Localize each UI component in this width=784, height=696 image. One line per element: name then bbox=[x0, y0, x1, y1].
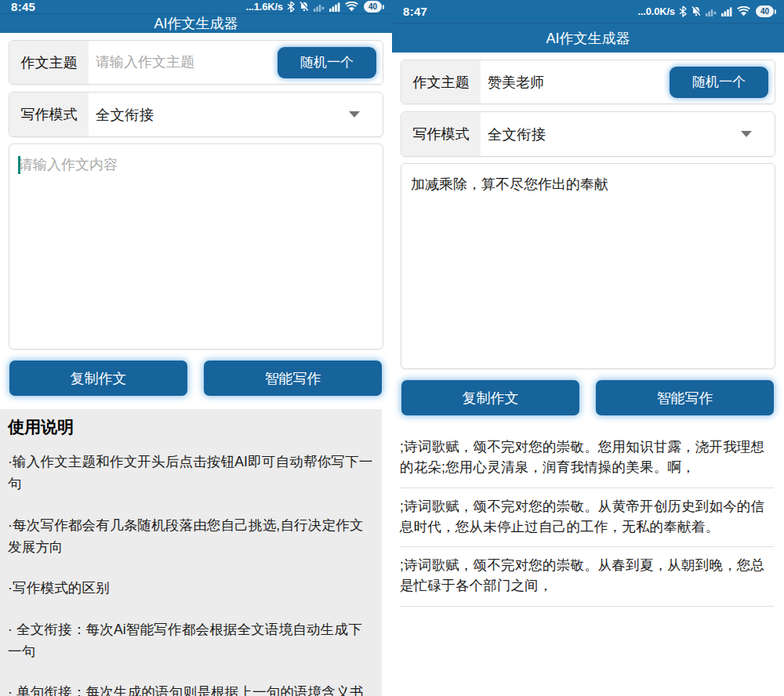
clock: 8:45 bbox=[11, 0, 35, 13]
suggestion-item[interactable]: ;诗词歌赋，颂不完对您的崇敬。您用知识甘露，浇开我理想的花朵;您用心灵清泉，润育… bbox=[400, 429, 774, 488]
mute-bell-icon bbox=[299, 1, 310, 13]
action-buttons: 复制作文 智能写作 bbox=[401, 380, 774, 415]
topic-label: 作文主题 bbox=[401, 60, 481, 103]
copy-essay-button[interactable]: 复制作文 bbox=[401, 380, 579, 415]
suggestion-item[interactable]: ;诗词歌赋，颂不完对您的崇敬。从春到夏，从朝到晚，您总是忙碌于各个部门之间， bbox=[400, 547, 774, 607]
copy-essay-button[interactable]: 复制作文 bbox=[9, 361, 187, 396]
topic-label: 作文主题 bbox=[9, 41, 89, 84]
essay-content-textarea[interactable]: 加减乘除，算不尽您作出的奉献 bbox=[401, 164, 775, 368]
mode-label: 写作模式 bbox=[9, 92, 89, 136]
signal-sim1-icon bbox=[706, 6, 717, 16]
app-title-bar: AI作文生成器 bbox=[0, 14, 392, 33]
instruction-item: ·输入作文主题和作文开头后点击按钮AI即可自动帮你写下一句 bbox=[8, 451, 373, 495]
instruction-item: · 全文衔接：每次Ai智能写作都会根据全文语境自动生成下一句 bbox=[8, 618, 373, 663]
instruction-item: ·每次写作都会有几条随机段落由您自己挑选,自行决定作文发展方向 bbox=[8, 514, 373, 559]
screen-content: 作文主题 随机一个 写作模式 全文衔接 加减乘除，算不尽您作出的奉献 复制作文 … bbox=[392, 53, 784, 696]
wifi-icon bbox=[345, 2, 358, 12]
topic-row: 作文主题 随机一个 bbox=[9, 40, 383, 85]
chevron-down-icon bbox=[349, 111, 360, 118]
random-topic-button[interactable]: 随机一个 bbox=[670, 67, 768, 98]
instructions-title: 使用说明 bbox=[8, 416, 373, 438]
generated-suggestions-list: ;诗词歌赋，颂不完对您的崇敬。您用知识甘露，浇开我理想的花朵;您用心灵清泉，润育… bbox=[392, 429, 784, 607]
essay-content-card: 加减乘除，算不尽您作出的奉献 bbox=[401, 163, 775, 369]
clock: 8:47 bbox=[403, 5, 427, 18]
screen-right: 8:47 ...0.0K/s 40 AI作文生成器 作文主题 随机一个 写作模式 bbox=[392, 0, 784, 696]
essay-content-card bbox=[9, 143, 383, 350]
mode-selected-value: 全文衔接 bbox=[481, 125, 741, 144]
bluetooth-icon bbox=[679, 5, 687, 17]
network-speed-text: ...0.0K/s bbox=[638, 5, 675, 17]
bluetooth-icon bbox=[287, 1, 295, 13]
signal-sim1-icon bbox=[314, 2, 325, 12]
app-title: AI作文生成器 bbox=[546, 29, 630, 48]
screen-left: 8:45 ...1.6K/s 40 AI作文生成器 作文主题 随机一个 写作模式 bbox=[0, 0, 392, 696]
instruction-item: ·写作模式的区别 bbox=[8, 577, 373, 599]
topic-input[interactable] bbox=[481, 74, 670, 90]
essay-content-textarea[interactable] bbox=[9, 144, 383, 349]
mode-row[interactable]: 写作模式 全文衔接 bbox=[9, 92, 383, 137]
wifi-icon bbox=[737, 6, 750, 16]
status-bar: 8:45 ...1.6K/s 40 bbox=[0, 0, 392, 14]
smart-write-button[interactable]: 智能写作 bbox=[596, 380, 774, 415]
status-icons: ...0.0K/s 40 bbox=[638, 5, 774, 17]
topic-row: 作文主题 随机一个 bbox=[401, 60, 775, 104]
status-bar: 8:47 ...0.0K/s 40 bbox=[392, 0, 784, 24]
battery-indicator: 40 bbox=[364, 1, 382, 13]
signal-sim2-icon bbox=[721, 6, 733, 16]
mode-selected-value: 全文衔接 bbox=[89, 105, 349, 125]
text-cursor bbox=[18, 156, 20, 174]
mute-bell-icon bbox=[691, 5, 702, 17]
instruction-item: · 单句衔接：每次生成的语句则是根据上一句的语境含义书写的 bbox=[8, 681, 373, 696]
random-topic-button[interactable]: 随机一个 bbox=[278, 47, 376, 78]
app-title-bar: AI作文生成器 bbox=[392, 24, 784, 53]
signal-sim2-icon bbox=[329, 2, 341, 12]
app-title: AI作文生成器 bbox=[154, 14, 238, 33]
action-buttons: 复制作文 智能写作 bbox=[9, 361, 382, 396]
network-speed-text: ...1.6K/s bbox=[246, 1, 283, 13]
topic-input[interactable] bbox=[89, 54, 278, 71]
usage-instructions-panel: 使用说明 ·输入作文主题和作文开头后点击按钮AI即可自动帮你写下一句 ·每次写作… bbox=[0, 409, 382, 696]
chevron-down-icon bbox=[741, 131, 752, 137]
status-icons: ...1.6K/s 40 bbox=[246, 1, 382, 13]
mode-label: 写作模式 bbox=[401, 112, 481, 156]
suggestion-item[interactable]: ;诗词歌赋，颂不完对您的崇敬。从黄帝开创历史到如今的信息时代，您从未停止过自己的… bbox=[400, 488, 774, 548]
two-screenshot-stage: 8:45 ...1.6K/s 40 AI作文生成器 作文主题 随机一个 写作模式 bbox=[0, 0, 784, 696]
mode-row[interactable]: 写作模式 全文衔接 bbox=[401, 111, 775, 157]
screen-content: 作文主题 随机一个 写作模式 全文衔接 复制作文 智能写作 使用说明 ·输入作文… bbox=[0, 33, 392, 696]
battery-indicator: 40 bbox=[756, 5, 774, 17]
smart-write-button[interactable]: 智能写作 bbox=[204, 361, 382, 396]
